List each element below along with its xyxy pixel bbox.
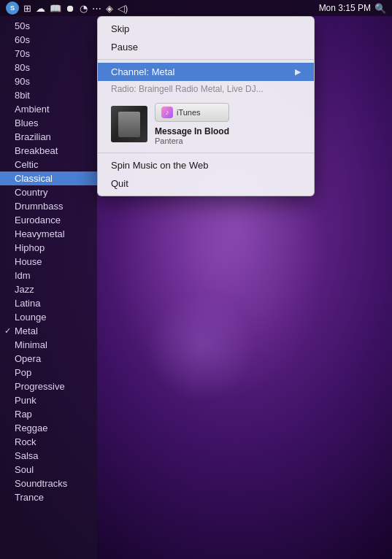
channel-item[interactable]: Channel: Metal ▶ — [98, 63, 314, 81]
song-card: ♪ iTunes Message In Blood Pantera — [98, 99, 314, 150]
sidebar-item-ambient[interactable]: Ambient — [0, 102, 97, 116]
menubar-right: Mon 3:15 PM 🔍 — [319, 3, 386, 14]
sidebar-item-blues[interactable]: Blues — [0, 116, 97, 130]
sidebar-item-opera[interactable]: Opera — [0, 352, 97, 366]
web-item[interactable]: Spin Music on the Web — [98, 156, 314, 174]
sidebar-item-8bit[interactable]: 8bit — [0, 88, 97, 102]
screen-share-icon[interactable]: ⊞ — [23, 3, 31, 14]
sidebar-item-soundtracks[interactable]: Soundtracks — [0, 477, 97, 490]
clock-icon[interactable]: ◔ — [80, 3, 88, 14]
book-icon[interactable]: 📖 — [50, 3, 61, 14]
menubar: S ⊞ ☁ 📖 ⏺ ◔ ⋯ ◈ ◁) Mon 3:15 PM 🔍 — [0, 0, 392, 16]
search-icon[interactable]: 🔍 — [374, 3, 386, 14]
sidebar-item-trance[interactable]: Trance — [0, 490, 97, 504]
sidebar-item-heavymetal[interactable]: Heavymetal — [0, 227, 97, 241]
menubar-left: S ⊞ ☁ 📖 ⏺ ◔ ⋯ ◈ ◁) — [6, 1, 128, 15]
sidebar-item-minimal[interactable]: Minimal — [0, 338, 97, 352]
sidebar-item-jazz[interactable]: Jazz — [0, 282, 97, 296]
sidebar-item-idm[interactable]: Idm — [0, 269, 97, 282]
sidebar-item-latina[interactable]: Latina — [0, 296, 97, 310]
volume-icon[interactable]: ◁) — [118, 3, 128, 14]
separator-1 — [98, 59, 314, 60]
sidebar-item-house[interactable]: House — [0, 255, 97, 269]
sidebar-item-breakbeat[interactable]: Breakbeat — [0, 144, 97, 158]
song-title: Message In Blood — [155, 126, 229, 136]
sidebar-item-70s[interactable]: 70s — [0, 47, 97, 61]
sidebar-item-metal[interactable]: Metal — [0, 324, 97, 338]
wifi-icon[interactable]: ◈ — [106, 3, 113, 14]
sidebar-item-country[interactable]: Country — [0, 185, 97, 199]
menubar-time: Mon 3:15 PM — [319, 3, 371, 13]
sidebar-item-pop[interactable]: Pop — [0, 366, 97, 379]
sidebar-item-lounge[interactable]: Lounge — [0, 310, 97, 324]
song-info: Message In Blood Pantera — [155, 126, 229, 145]
dropdown-menu: Skip Pause Channel: Metal ▶ Radio: Brain… — [97, 16, 315, 196]
sidebar-item-90s[interactable]: 90s — [0, 74, 97, 88]
sidebar-item-punk[interactable]: Punk — [0, 393, 97, 407]
radio-info: Radio: Braingell Radio Metal, Live DJ... — [98, 81, 314, 99]
album-art — [111, 106, 147, 142]
sidebar: 50s60s70s80s90s8bitAmbientBluesBrazilian… — [0, 16, 97, 559]
sidebar-item-60s[interactable]: 60s — [0, 33, 97, 47]
sidebar-item-eurodance[interactable]: Eurodance — [0, 213, 97, 227]
album-figure — [118, 112, 140, 137]
itunes-logo-icon: ♪ — [161, 107, 173, 118]
sidebar-item-80s[interactable]: 80s — [0, 61, 97, 74]
sidebar-item-classical[interactable]: Classical — [0, 171, 97, 185]
quit-item[interactable]: Quit — [98, 174, 314, 193]
sidebar-item-reggae[interactable]: Reggae — [0, 421, 97, 435]
sidebar-item-salsa[interactable]: Salsa — [0, 449, 97, 463]
itunes-badge[interactable]: ♪ iTunes — [155, 103, 229, 122]
sidebar-item-hiphop[interactable]: Hiphop — [0, 241, 97, 255]
skip-item[interactable]: Skip — [98, 20, 314, 38]
record-icon[interactable]: ⏺ — [66, 3, 75, 14]
chevron-right-icon: ▶ — [295, 67, 301, 77]
pause-item[interactable]: Pause — [98, 38, 314, 56]
sidebar-item-soul[interactable]: Soul — [0, 463, 97, 477]
album-art-inner — [111, 106, 147, 142]
cloud-icon[interactable]: ☁ — [36, 3, 45, 14]
spin-app-icon[interactable]: S — [6, 1, 19, 15]
sidebar-item-progressive[interactable]: Progressive — [0, 379, 97, 393]
sidebar-item-rap[interactable]: Rap — [0, 407, 97, 421]
song-artist: Pantera — [155, 136, 229, 145]
sidebar-item-50s[interactable]: 50s — [0, 19, 97, 33]
separator-2 — [98, 153, 314, 153]
sidebar-item-brazilian[interactable]: Brazilian — [0, 130, 97, 144]
dots-icon[interactable]: ⋯ — [92, 3, 101, 14]
sidebar-item-drumnbass[interactable]: Drumnbass — [0, 199, 97, 213]
sidebar-item-celtic[interactable]: Celtic — [0, 158, 97, 171]
sidebar-item-rock[interactable]: Rock — [0, 435, 97, 449]
